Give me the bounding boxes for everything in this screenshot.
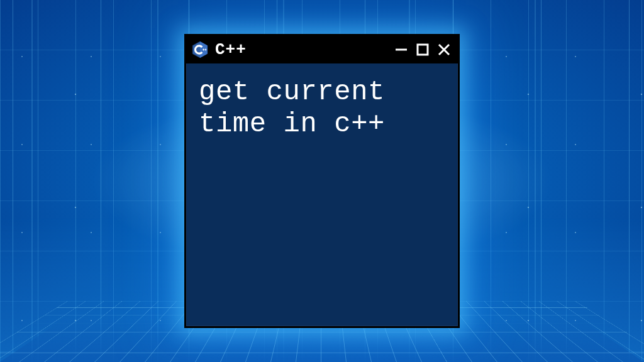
window-controls: [394, 42, 452, 57]
cpp-hex-icon: [191, 41, 209, 58]
maximize-button[interactable]: [415, 42, 430, 57]
window-title: C++: [215, 40, 387, 59]
titlebar[interactable]: C++: [186, 36, 458, 63]
terminal-content: get current time in c++: [186, 63, 458, 326]
svg-rect-7: [418, 45, 428, 55]
minimize-button[interactable]: [394, 42, 409, 57]
close-button[interactable]: [436, 42, 452, 57]
terminal-window: C++ get current time in c++: [184, 34, 460, 328]
